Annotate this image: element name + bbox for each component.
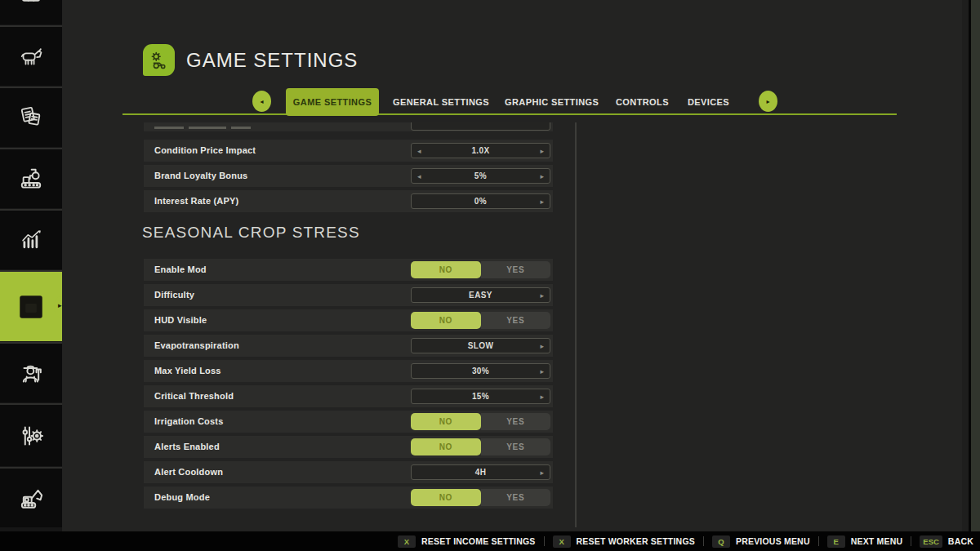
tab-game-settings[interactable]: GAME SETTINGS	[286, 88, 379, 116]
yes-no-toggle: NOYES	[411, 261, 550, 278]
value-stepper[interactable]: 4H▸	[411, 464, 550, 480]
keybar-divider	[703, 536, 704, 546]
stepper-value: 4H	[475, 468, 487, 477]
keybar-divider	[544, 536, 545, 546]
toggle-no-button[interactable]: NO	[411, 438, 481, 455]
sidebar-item-mod[interactable]: ▸	[0, 272, 62, 341]
sidebar-divider	[0, 87, 62, 88]
setting-row: Enable ModNOYES	[144, 259, 553, 281]
tab-general-settings[interactable]: GENERAL SETTINGS	[393, 88, 489, 116]
stepper-value: 15%	[472, 392, 489, 401]
sidebar-divider	[0, 467, 62, 469]
setting-label: Critical Threshold	[154, 385, 234, 407]
sidebar-item-map[interactable]	[0, 0, 62, 24]
value-stepper[interactable]: ◂5%▸	[411, 168, 550, 184]
production-icon	[15, 162, 47, 195]
key-badge: X	[398, 535, 416, 548]
tab-controls[interactable]: CONTROLS	[616, 88, 669, 116]
keybar-next-menu[interactable]: ENEXT MENU	[827, 535, 903, 548]
setting-row-clipped	[144, 122, 553, 131]
setting-label: Debug Mode	[154, 487, 210, 509]
value-stepper[interactable]: 15%▸	[411, 389, 550, 404]
value-stepper[interactable]: 30%▸	[411, 363, 550, 379]
statistics-icon	[15, 224, 47, 256]
setting-label: Evapotranspiration	[154, 335, 239, 357]
key-action-label: NEXT MENU	[851, 536, 903, 546]
value-stepper[interactable]: SLOW▸	[411, 338, 550, 353]
cow-icon	[16, 41, 47, 72]
clipped-label	[154, 127, 251, 129]
toggle-yes-button[interactable]: YES	[481, 413, 551, 430]
toggle-yes-button[interactable]: YES	[481, 489, 551, 506]
value-stepper[interactable]: ◂1.0X▸	[411, 143, 550, 158]
toggle-no-button[interactable]: NO	[411, 312, 481, 329]
stepper-value: SLOW	[468, 341, 494, 350]
stepper-right-arrow[interactable]: ▸	[540, 194, 544, 210]
yes-no-toggle: NOYES	[411, 438, 550, 455]
main-panel: GAME SETTINGS ◂ GAME SETTINGSGENERAL SET…	[62, 0, 962, 531]
active-item-notch: ▸	[54, 296, 62, 318]
stepper-value: 1.0X	[471, 146, 489, 155]
sidebar-divider	[0, 209, 62, 211]
stepper-right-arrow[interactable]: ▸	[540, 364, 544, 380]
key-badge: E	[827, 535, 845, 548]
keybar-reset-income-settings[interactable]: XRESET INCOME SETTINGS	[398, 535, 536, 548]
setting-row: Interest Rate (APY)0%▸	[144, 190, 553, 212]
keybar-reset-worker-settings[interactable]: XRESET WORKER SETTINGS	[553, 535, 695, 548]
setting-row: Alert Cooldown4H▸	[144, 461, 553, 483]
keybar-divider	[911, 536, 911, 546]
stepper-right-arrow[interactable]: ▸	[540, 169, 544, 184]
sidebar-item-farmer[interactable]	[0, 344, 62, 402]
sidebar-item-cow[interactable]	[0, 27, 62, 86]
toggle-no-button[interactable]: NO	[411, 489, 481, 506]
value-stepper[interactable]: EASY▸	[411, 287, 550, 303]
setting-row: Alerts EnabledNOYES	[144, 436, 553, 458]
sidebar-item-excavator[interactable]	[0, 469, 62, 527]
tab-underline	[122, 113, 897, 115]
map-icon	[16, 0, 46, 9]
setting-row: DifficultyEASY▸	[144, 284, 553, 306]
sidebar-divider	[0, 25, 62, 27]
keybar: XRESET INCOME SETTINGSXRESET WORKER SETT…	[0, 531, 980, 551]
keybar-back[interactable]: ESCBACK	[920, 535, 973, 548]
sidebar-item-tuning[interactable]	[0, 405, 62, 466]
setting-row: Brand Loyalty Bonus◂5%▸	[144, 165, 553, 187]
farmer-icon	[14, 356, 48, 390]
yes-no-toggle: NOYES	[411, 312, 550, 329]
scrollbar[interactable]	[575, 122, 577, 527]
stepper-right-arrow[interactable]: ▸	[540, 288, 544, 304]
toggle-no-button[interactable]: NO	[411, 413, 481, 430]
stepper-left-arrow[interactable]: ◂	[417, 169, 421, 184]
toggle-yes-button[interactable]: YES	[481, 312, 551, 329]
toggle-yes-button[interactable]: YES	[481, 261, 551, 278]
toggle-no-button[interactable]: NO	[411, 261, 481, 278]
tab-devices[interactable]: DEVICES	[688, 88, 729, 116]
stepper-right-arrow[interactable]: ▸	[540, 389, 544, 405]
stepper-left-arrow[interactable]: ◂	[417, 144, 421, 159]
setting-label: HUD Visible	[154, 309, 207, 331]
sidebar-item-statistics[interactable]	[0, 211, 62, 269]
stepper-right-arrow[interactable]: ▸	[540, 144, 544, 159]
sidebar-item-contracts[interactable]	[0, 88, 62, 147]
tuning-icon	[14, 419, 48, 453]
stepper-value: 0%	[474, 197, 487, 206]
yes-no-toggle: NOYES	[411, 413, 550, 430]
page-title: GAME SETTINGS	[186, 49, 358, 72]
game-settings-screen: ▸ GAME SETTINGS ◂ GAME SETTINGSGENERAL S…	[0, 0, 980, 551]
stepper-right-arrow[interactable]: ▸	[540, 339, 544, 354]
sidebar-divider	[0, 148, 62, 149]
sidebar-item-production[interactable]	[0, 149, 62, 208]
setting-label: Enable Mod	[154, 259, 207, 281]
tabs-prev-button[interactable]: ◂	[252, 91, 271, 112]
setting-row: Debug ModeNOYES	[144, 487, 553, 509]
contracts-icon	[15, 101, 47, 134]
section-heading: SEASONAL CROP STRESS	[142, 224, 360, 242]
tab-graphic-settings[interactable]: GRAPHIC SETTINGS	[505, 88, 599, 116]
setting-label: Interest Rate (APY)	[154, 190, 238, 212]
stepper-right-arrow[interactable]: ▸	[540, 465, 544, 481]
value-stepper[interactable]: 0%▸	[411, 193, 550, 209]
toggle-yes-button[interactable]: YES	[481, 438, 551, 455]
keybar-previous-menu[interactable]: QPREVIOUS MENU	[712, 535, 810, 548]
setting-label: Brand Loyalty Bonus	[154, 165, 247, 187]
tabs-next-button[interactable]: ▸	[759, 91, 777, 112]
